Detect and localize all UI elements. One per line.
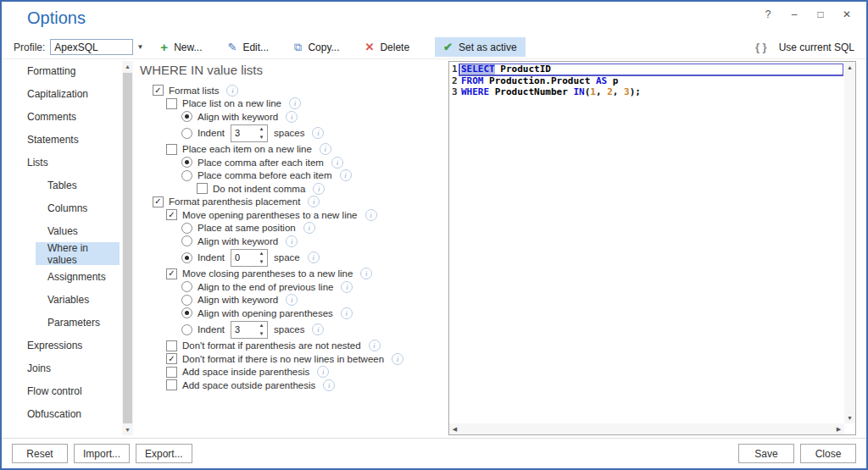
option-label[interactable]: Move closing parentheses to a new line xyxy=(182,268,353,279)
spinner-value[interactable]: 0 xyxy=(231,250,256,266)
option-label[interactable]: Place comma before each item xyxy=(198,170,332,180)
use-current-sql-button[interactable]: { } Use current SQL xyxy=(755,41,854,53)
checkbox-place-list-on-a-new-line[interactable] xyxy=(166,98,177,109)
radio-place-comma-before-each-item[interactable] xyxy=(181,170,192,181)
option-label[interactable]: Align with keyword xyxy=(198,295,278,305)
option-label[interactable]: Add space inside parenthesis xyxy=(182,367,309,377)
indent-spinner[interactable]: 0▲▼ xyxy=(231,249,268,267)
scroll-up-icon[interactable]: ▲ xyxy=(122,61,133,72)
info-icon[interactable]: i xyxy=(286,111,298,123)
radio-place-at-same-position[interactable] xyxy=(181,223,192,234)
import-button[interactable]: Import... xyxy=(74,444,130,463)
option-label[interactable]: Move opening parentheses to a new line xyxy=(182,210,358,220)
option-label[interactable]: Align with opening parentheses xyxy=(198,308,333,318)
sidebar-item-parameters[interactable]: Parameters xyxy=(2,311,120,334)
spinner-up-icon[interactable]: ▲ xyxy=(256,125,267,134)
indent-spinner[interactable]: 3▲▼ xyxy=(231,321,268,339)
option-label[interactable]: Add space outside parenthesis xyxy=(182,380,315,390)
option-label[interactable]: Format lists xyxy=(169,86,219,96)
set-as-active-button[interactable]: ✔ Set as active xyxy=(435,37,526,57)
info-icon[interactable]: i xyxy=(331,157,343,169)
sql-vertical-scrollbar[interactable]: ▲ ▼ xyxy=(844,62,855,423)
indent-spinner[interactable]: 3▲▼ xyxy=(231,124,268,142)
spinner-down-icon[interactable]: ▼ xyxy=(256,257,267,266)
info-icon[interactable]: i xyxy=(360,268,372,279)
checkbox-add-space-inside-parenthesis[interactable] xyxy=(166,367,177,378)
info-icon[interactable]: i xyxy=(392,353,403,365)
profile-input[interactable] xyxy=(50,39,133,55)
sql-editor[interactable]: 1SELECT ProductID2FROM Production.Produc… xyxy=(451,64,843,423)
info-icon[interactable]: i xyxy=(323,379,335,391)
radio-align-with-keyword[interactable] xyxy=(181,295,192,306)
option-label[interactable]: Don't format if parenthesis are not nest… xyxy=(182,340,361,351)
maximize-icon[interactable]: □ xyxy=(811,7,830,22)
info-icon[interactable]: i xyxy=(286,235,298,247)
close-icon[interactable]: ✕ xyxy=(837,7,856,22)
spinner-down-icon[interactable]: ▼ xyxy=(256,329,267,338)
checkbox-do-not-indent-comma[interactable] xyxy=(197,183,208,194)
option-label[interactable]: Place each item on a new line xyxy=(182,144,312,154)
scroll-left-icon[interactable]: ◀ xyxy=(449,423,460,434)
spinner-down-icon[interactable]: ▼ xyxy=(256,133,267,141)
checkbox-don-t-format-if-there-is-no-new-lines-in-between[interactable]: ✓ xyxy=(166,353,177,364)
spinner-value[interactable]: 3 xyxy=(231,125,256,141)
option-label[interactable]: Don't format if there is no new lines in… xyxy=(182,354,384,364)
option-label[interactable]: Indent xyxy=(198,324,225,335)
copy-profile-button[interactable]: ⧉ Copy... xyxy=(294,41,339,53)
option-label[interactable]: Align with keyword xyxy=(198,112,278,122)
radio-align-with-opening-parentheses[interactable] xyxy=(181,307,192,318)
info-icon[interactable]: i xyxy=(308,196,320,207)
help-icon[interactable]: ? xyxy=(759,7,777,22)
sidebar-item-joins[interactable]: Joins xyxy=(2,357,120,379)
info-icon[interactable]: i xyxy=(312,323,324,335)
sidebar-item-tables[interactable]: Tables xyxy=(2,174,120,196)
option-label[interactable]: Place comma after each item xyxy=(198,158,324,168)
info-icon[interactable]: i xyxy=(317,366,329,378)
sidebar-item-statements[interactable]: Statements xyxy=(2,128,120,151)
minimize-icon[interactable]: – xyxy=(785,7,804,22)
checkbox-move-opening-parentheses-to-a-new-line[interactable]: ✓ xyxy=(166,209,177,220)
sql-horizontal-scrollbar[interactable]: ◀ ▶ xyxy=(449,423,844,434)
profile-dropdown-arrow-icon[interactable]: ▼ xyxy=(133,38,147,56)
sidebar-item-formatting[interactable]: Formatting xyxy=(2,59,120,82)
radio-align-to-the-end-of-previous-line[interactable] xyxy=(181,281,192,292)
sidebar-item-expressions[interactable]: Expressions xyxy=(2,334,120,357)
info-icon[interactable]: i xyxy=(308,252,320,263)
info-icon[interactable]: i xyxy=(289,97,301,109)
option-label[interactable]: Indent xyxy=(198,252,225,263)
export-button[interactable]: Export... xyxy=(136,444,192,463)
sql-preview-panel[interactable]: 1SELECT ProductID2FROM Production.Produc… xyxy=(448,61,856,435)
save-button[interactable]: Save xyxy=(738,444,794,463)
checkbox-add-space-outside-parenthesis[interactable] xyxy=(166,379,177,390)
info-icon[interactable]: i xyxy=(369,340,381,351)
checkbox-place-each-item-on-a-new-line[interactable] xyxy=(166,144,177,155)
option-label[interactable]: Indent xyxy=(198,128,225,138)
option-label[interactable]: Place at same position xyxy=(198,223,296,233)
sidebar-item-comments[interactable]: Comments xyxy=(2,105,120,128)
option-label[interactable]: Align to the end of previous line xyxy=(198,282,333,292)
reset-button[interactable]: Reset xyxy=(12,444,68,463)
sidebar-item-obfuscation[interactable]: Obfuscation xyxy=(2,402,120,425)
radio-indent[interactable] xyxy=(181,128,192,139)
option-label[interactable]: Do not indent comma xyxy=(213,184,305,194)
spinner-value[interactable]: 3 xyxy=(231,322,256,338)
sidebar-item-capitalization[interactable]: Capitalization xyxy=(2,82,120,105)
close-button[interactable]: Close xyxy=(800,444,856,463)
checkbox-format-lists[interactable]: ✓ xyxy=(153,85,164,96)
sidebar-item-variables[interactable]: Variables xyxy=(2,288,120,311)
spinner-up-icon[interactable]: ▲ xyxy=(256,250,267,258)
info-icon[interactable]: i xyxy=(286,294,298,306)
sidebar-item-flow-control[interactable]: Flow control xyxy=(2,379,120,402)
scrollbar-thumb[interactable] xyxy=(123,73,132,423)
info-icon[interactable]: i xyxy=(340,169,352,181)
info-icon[interactable]: i xyxy=(320,143,331,155)
info-icon[interactable]: i xyxy=(365,209,377,221)
sidebar-item-columns[interactable]: Columns xyxy=(2,196,120,219)
scroll-up-icon[interactable]: ▲ xyxy=(844,62,855,73)
info-icon[interactable]: i xyxy=(226,85,238,97)
delete-profile-button[interactable]: ✕ Delete xyxy=(365,41,410,53)
radio-align-with-keyword[interactable] xyxy=(181,111,192,122)
scroll-down-icon[interactable]: ▼ xyxy=(844,412,855,423)
radio-place-comma-after-each-item[interactable] xyxy=(181,157,192,168)
option-label[interactable]: Format parenthesis placement xyxy=(169,196,300,207)
